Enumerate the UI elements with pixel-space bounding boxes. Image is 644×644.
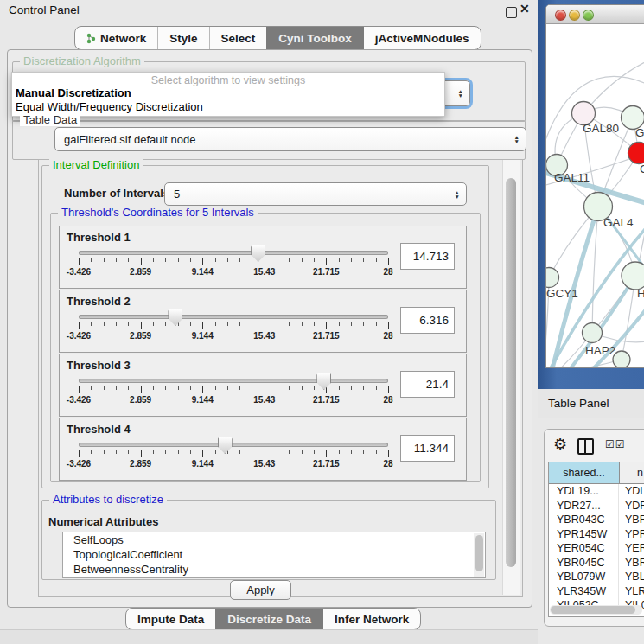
bottom-tab-strip: Impute DataDiscretize DataInfer Network xyxy=(125,608,421,630)
slider-tick xyxy=(277,450,277,454)
intervals-combobox-value: 5 xyxy=(174,188,180,201)
table-data-combobox[interactable]: galFiltered.sif default node ▲▼ xyxy=(54,127,526,151)
group-title-table-data: Table Data xyxy=(20,113,80,126)
slider-tick xyxy=(215,322,216,326)
zoom-light-icon[interactable] xyxy=(583,10,594,21)
node-label-gcy1: GCY1 xyxy=(546,287,578,300)
slider-tick xyxy=(363,322,364,326)
settings-scrollbar-thumb[interactable] xyxy=(506,178,516,567)
network-node[interactable] xyxy=(546,268,559,288)
network-node[interactable] xyxy=(583,323,603,343)
intervals-combobox[interactable]: 5 ▲▼ xyxy=(164,182,467,206)
group-title-attributes: Attributes to discretize xyxy=(49,493,167,506)
attributes-scrollbar-thumb[interactable] xyxy=(475,535,483,571)
split-view-icon[interactable] xyxy=(577,438,594,455)
slider-tick xyxy=(302,322,303,326)
table-row[interactable]: YLR345WYLR3 xyxy=(549,584,644,599)
popup-option-equal-width-frequency-discretization[interactable]: Equal Width/Frequency Discretization xyxy=(12,100,444,114)
slider-thumb[interactable] xyxy=(168,309,182,326)
slider-tick xyxy=(104,386,105,390)
slider-tick xyxy=(351,258,352,262)
table-row[interactable]: YBR043CYBR0 xyxy=(549,513,644,527)
slider-tick xyxy=(153,258,154,262)
tab-select[interactable]: Select xyxy=(209,27,267,49)
slider-tick xyxy=(227,386,228,390)
slider-tick xyxy=(141,386,142,393)
apply-button[interactable]: Apply xyxy=(230,580,291,600)
threshold-value-field[interactable]: 11.344 xyxy=(400,435,455,462)
tab-style[interactable]: Style xyxy=(157,27,208,49)
table-row[interactable]: YER054CYER0 xyxy=(549,541,644,556)
node-label-hap2: HAP2 xyxy=(585,344,615,357)
node-label-gal11: GAL11 xyxy=(554,171,590,184)
table-row[interactable]: YDL19...YDL1 xyxy=(549,484,644,499)
slider-tick xyxy=(351,322,352,326)
tab-jactivemnodules[interactable]: jActiveMNodules xyxy=(363,27,481,49)
numerical-attributes-list[interactable]: SelfLoopsTopologicalCoefficientBetweenne… xyxy=(62,532,486,578)
threshold-value-field[interactable]: 14.713 xyxy=(400,243,455,270)
slider-tick xyxy=(265,386,265,393)
threshold-value-field[interactable]: 21.4 xyxy=(400,371,455,398)
close-icon[interactable]: ✕ xyxy=(520,2,530,16)
slider-tick-label: 2.859 xyxy=(130,267,151,277)
slider-tick xyxy=(128,258,129,262)
slider-tick xyxy=(91,450,92,454)
slider-tick xyxy=(388,322,389,329)
tab-cyni-toolbox[interactable]: Cyni Toolbox xyxy=(266,27,363,49)
table-hscrollbar-thumb[interactable] xyxy=(551,606,635,614)
table-row[interactable]: YBR045CYBR0 xyxy=(549,556,644,571)
table-row[interactable]: YBL079WYBL0 xyxy=(549,570,644,584)
network-node[interactable] xyxy=(628,143,644,164)
slider-thumb[interactable] xyxy=(316,373,331,390)
attribute-item-topologicalcoefficient[interactable]: TopologicalCoefficient xyxy=(63,547,485,562)
slider-tick xyxy=(239,386,240,390)
gear-icon[interactable]: ⚙ xyxy=(553,437,567,452)
slider-tick xyxy=(104,322,105,326)
popup-option-manual-discretization[interactable]: Manual Discretization xyxy=(12,86,444,100)
tab-infer-network[interactable]: Infer Network xyxy=(322,609,420,629)
slider-thumb[interactable] xyxy=(218,437,233,454)
node-table-body: YDL19...YDL1YDR27...YDR2YBR043CYBR0YPR14… xyxy=(549,484,644,613)
checkbox-icons[interactable]: ☑☑ xyxy=(605,438,626,450)
threshold-label: Threshold 1 xyxy=(67,231,131,244)
table-row[interactable]: YDR27...YDR2 xyxy=(549,499,644,513)
slider-track[interactable] xyxy=(79,315,388,319)
network-window: GAL80GACGAL11GAL4GCY1HHAP2 xyxy=(545,4,644,368)
attribute-item-betweennesscentrality[interactable]: BetweennessCentrality xyxy=(63,562,485,577)
slider-tick xyxy=(376,450,377,454)
slider-tick xyxy=(252,258,252,262)
slider-tick xyxy=(104,450,105,454)
table-row[interactable]: YPR145WYPR1 xyxy=(549,527,644,542)
minimize-light-icon[interactable] xyxy=(569,10,580,21)
table-hscrollbar-track[interactable] xyxy=(550,605,642,615)
slider-tick xyxy=(314,258,315,262)
slider-tick xyxy=(178,386,179,390)
column-header-name[interactable]: n xyxy=(620,462,644,483)
close-light-icon[interactable] xyxy=(555,10,566,21)
tab-network[interactable]: Network xyxy=(75,27,157,49)
network-node[interactable] xyxy=(622,262,644,290)
slider-tick xyxy=(91,258,92,262)
slider-track[interactable] xyxy=(79,251,388,255)
slider-tick xyxy=(141,258,142,265)
slider-track[interactable] xyxy=(79,379,388,383)
table-panel-title: Table Panel xyxy=(548,397,609,410)
slider-tick xyxy=(202,450,203,457)
slider-track[interactable] xyxy=(79,443,388,447)
column-header-shared-name[interactable]: shared... xyxy=(549,462,620,483)
intervals-label: Number of Intervals xyxy=(64,187,169,200)
tab-impute-data[interactable]: Impute Data xyxy=(126,609,215,629)
attributes-scrollbar-track[interactable] xyxy=(474,533,484,577)
float-window-icon[interactable] xyxy=(506,7,517,18)
slider-tick xyxy=(141,450,142,457)
slider-tick xyxy=(116,450,117,454)
attribute-item-selfloops[interactable]: SelfLoops xyxy=(63,532,485,547)
slider-tick xyxy=(141,322,142,329)
slider-thumb[interactable] xyxy=(251,245,265,262)
tab-discretize-data[interactable]: Discretize Data xyxy=(215,609,322,629)
network-canvas[interactable]: GAL80GACGAL11GAL4GCY1HHAP2 xyxy=(546,23,644,367)
slider-tick xyxy=(388,450,389,457)
threshold-value-field[interactable]: 6.316 xyxy=(400,307,455,334)
network-window-titlebar[interactable] xyxy=(546,5,644,24)
slider-tick-label: 15.43 xyxy=(253,267,275,277)
